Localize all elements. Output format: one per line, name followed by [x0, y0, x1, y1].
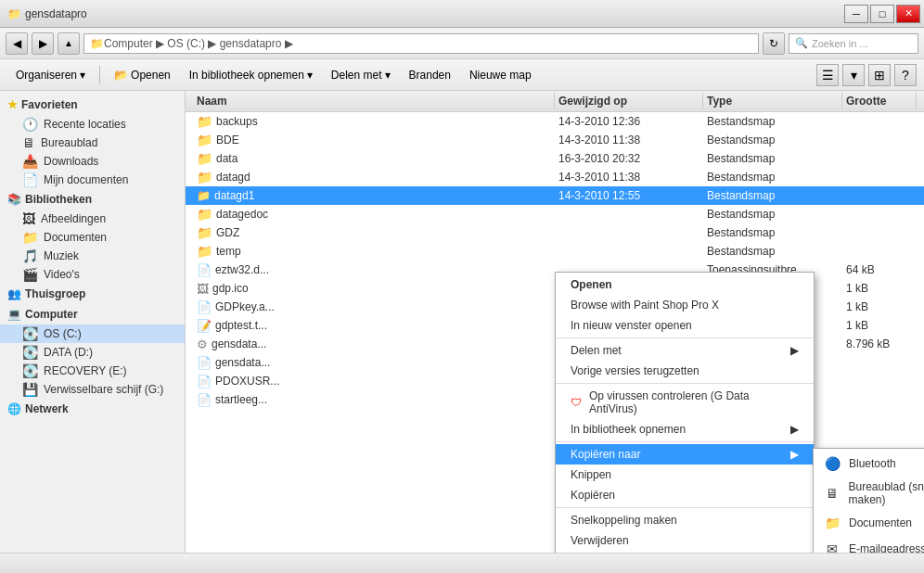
title-bar-controls[interactable]: ─ □ ✕	[844, 5, 920, 23]
folder-icon: 📁	[197, 133, 212, 147]
table-row[interactable]: 📁datagedoc Bestandsmap	[186, 205, 924, 223]
network-icon: 🌐	[7, 402, 21, 415]
library-button[interactable]: In bibliotheek opnemen ▾	[181, 63, 321, 87]
sidebar-item-music[interactable]: 🎵 Muziek	[0, 247, 185, 265]
burn-button[interactable]: Branden	[401, 63, 459, 87]
favorites-header[interactable]: ★ Favorieten	[0, 95, 185, 115]
images-label: Afbeeldingen	[41, 212, 106, 225]
file-list-header: Naam Gewijzigd op Type Grootte	[186, 91, 924, 112]
sidebar-item-desktop[interactable]: 🖥 Bureaublad	[0, 134, 185, 152]
new-folder-button[interactable]: Nieuwe map	[461, 63, 540, 87]
homegroup-header[interactable]: 👥 Thuisgroep	[0, 284, 185, 304]
recent-icon: 🕐	[22, 117, 38, 132]
table-row-context[interactable]: 📁datagd1 14-3-2010 12:55 Bestandsmap	[186, 186, 924, 205]
col-modified[interactable]: Gewijzigd op	[555, 93, 703, 109]
close-button[interactable]: ✕	[896, 5, 920, 23]
table-row[interactable]: 📁backups 14-3-2010 12:36 Bestandsmap	[186, 112, 924, 131]
table-row[interactable]: 📁data 16-3-2010 20:32 Bestandsmap	[186, 149, 924, 168]
folder-icon: 📁	[197, 114, 212, 129]
folder-icon: 📁	[197, 189, 211, 202]
file-icon: 🖼	[197, 282, 209, 296]
context-menu: Openen Browse with Paint Shop Pro X In n…	[555, 272, 815, 553]
sub-bureaublad[interactable]: 🖥 Bureaublad (snelkoppeling maken)	[814, 477, 924, 510]
sidebar-item-os-c[interactable]: 💽 OS (C:)	[0, 325, 185, 343]
ctx-paintshop[interactable]: Browse with Paint Shop Pro X	[556, 295, 814, 315]
ctx-delen[interactable]: Delen met ▶	[556, 340, 814, 361]
ctx-verwijderen[interactable]: Verwijderen	[556, 530, 814, 551]
ctx-kopieren-label: Kopiëren	[571, 489, 615, 502]
col-type[interactable]: Type	[703, 93, 842, 109]
col-naam[interactable]: Naam	[193, 93, 555, 109]
ctx-delen-label: Delen met	[571, 344, 622, 357]
sub-documenten[interactable]: 📁 Documenten	[814, 510, 924, 536]
shield-icon: 🛡	[571, 396, 582, 409]
ctx-kopieren-naar[interactable]: Kopiëren naar ▶	[556, 444, 814, 465]
libraries-header[interactable]: 📚 Bibliotheken	[0, 189, 185, 210]
sidebar-item-data-d[interactable]: 💽 DATA (D:)	[0, 343, 185, 362]
sidebar-item-videos[interactable]: 🎬 Video's	[0, 265, 185, 284]
sidebar-item-docs[interactable]: 📁 Documenten	[0, 228, 185, 247]
ctx-bibliotheek-label: In bibliotheek opnemen	[571, 423, 686, 436]
drive-e-label: RECOVERY (E:)	[44, 364, 127, 377]
organise-button[interactable]: Organiseren ▾	[7, 63, 94, 87]
folder-small-icon: 📁	[90, 37, 104, 50]
ctx-knippen[interactable]: Knippen	[556, 465, 814, 485]
ctx-snelkoppeling[interactable]: Snelkoppeling maken	[556, 510, 814, 530]
forward-button[interactable]: ▶	[32, 32, 54, 55]
left-panel: ★ Favorieten 🕐 Recente locaties 🖥 Bureau…	[0, 91, 186, 553]
open-button[interactable]: 📂 Openen	[106, 63, 179, 87]
refresh-button[interactable]: ↻	[763, 32, 785, 55]
submenu-kopieren: 🔵 Bluetooth 🖥 Bureaublad (snelkoppeling …	[813, 448, 924, 553]
ctx-bibliotheek[interactable]: In bibliotheek opnemen ▶	[556, 419, 814, 439]
sidebar-item-images[interactable]: 🖼 Afbeeldingen	[0, 210, 185, 228]
sidebar-item-recent[interactable]: 🕐 Recente locaties	[0, 115, 185, 134]
music-icon: 🎵	[22, 248, 38, 263]
minimize-button[interactable]: ─	[844, 5, 868, 23]
sub-bluetooth[interactable]: 🔵 Bluetooth	[814, 451, 924, 477]
ctx-sep-4	[556, 507, 814, 508]
sidebar-item-removable-g[interactable]: 💾 Verwisselbare schijf (G:)	[0, 380, 185, 399]
libraries-icon: 📚	[7, 193, 21, 206]
search-box[interactable]: 🔍 Zoeken in ...	[789, 33, 918, 54]
ctx-naam-wijzigen[interactable]: Naam wijzigen	[556, 551, 814, 553]
drive-c-label: OS (C:)	[44, 327, 82, 340]
maximize-button[interactable]: □	[870, 5, 894, 23]
ctx-nieuw-venster[interactable]: In nieuw venster openen	[556, 315, 814, 336]
table-row[interactable]: 📁BDE 14-3-2010 11:38 Bestandsmap	[186, 131, 924, 149]
computer-header[interactable]: 💻 Computer	[0, 304, 185, 325]
col-size[interactable]: Grootte	[842, 93, 917, 109]
sidebar-item-recovery-e[interactable]: 💽 RECOVERY (E:)	[0, 362, 185, 380]
email-sub-icon: ✉	[823, 540, 841, 553]
homegroup-icon: 👥	[7, 287, 21, 300]
ctx-kopieren[interactable]: Kopiëren	[556, 485, 814, 505]
address-path[interactable]: 📁 Computer ▶ OS (C:) ▶ gensdatapro ▶	[83, 33, 759, 54]
sub-email[interactable]: ✉ E-mailgeadresseerde	[814, 536, 924, 553]
ctx-paintshop-label: Browse with Paint Shop Pro X	[571, 299, 719, 312]
network-header[interactable]: 🌐 Netwerk	[0, 399, 185, 419]
sidebar-item-downloads[interactable]: 📥 Downloads	[0, 152, 185, 171]
ctx-virussen-label: Op virussen controleren (G Data AntiViru…	[589, 389, 799, 415]
ctx-vorige-versies[interactable]: Vorige versies terugzetten	[556, 361, 814, 381]
status-bar	[0, 553, 924, 573]
search-placeholder: Zoeken in ...	[812, 38, 868, 49]
table-row[interactable]: 📁GDZ Bestandsmap	[186, 223, 924, 242]
view-button[interactable]: ☰	[816, 64, 839, 86]
details-button[interactable]: ⊞	[868, 64, 891, 86]
help-button[interactable]: ?	[894, 64, 917, 86]
docs-icon: 📁	[22, 230, 38, 245]
up-button[interactable]: ▲	[58, 32, 80, 55]
ctx-openen[interactable]: Openen	[556, 274, 814, 295]
path-text: Computer ▶ OS (C:) ▶ gensdatapro ▶	[104, 37, 293, 50]
documents-label: Mijn documenten	[44, 173, 128, 186]
organise-label: Organiseren	[16, 69, 77, 82]
ctx-virussen[interactable]: 🛡 Op virussen controleren (G Data AntiVi…	[556, 386, 814, 419]
share-button[interactable]: Delen met ▾	[323, 63, 399, 87]
back-button[interactable]: ◀	[6, 32, 28, 55]
file-name-bde: 📁BDE	[193, 132, 555, 148]
preview-button[interactable]: ▾	[842, 64, 865, 86]
sidebar-item-documents[interactable]: 📄 Mijn documenten	[0, 171, 185, 189]
file-area: Naam Gewijzigd op Type Grootte 📁backups …	[186, 91, 924, 553]
file-name-backups: 📁backups	[193, 113, 555, 130]
table-row[interactable]: 📁datagd 14-3-2010 11:38 Bestandsmap	[186, 168, 924, 186]
table-row[interactable]: 📁temp Bestandsmap	[186, 242, 924, 261]
